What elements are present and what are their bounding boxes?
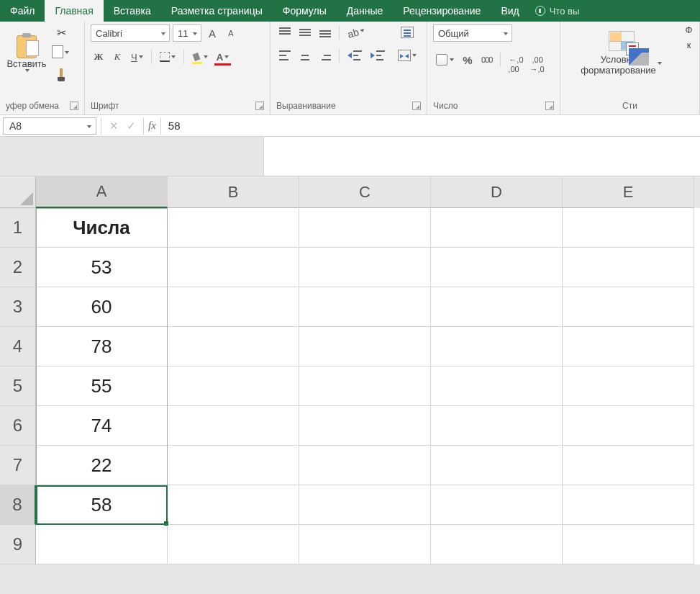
number-format-select[interactable]: Общий bbox=[433, 24, 512, 42]
cell-E1[interactable] bbox=[563, 208, 694, 248]
dialog-launcher-icon[interactable] bbox=[412, 102, 421, 110]
name-box[interactable]: A8 bbox=[3, 117, 96, 135]
tab-file[interactable]: Файл bbox=[0, 0, 45, 22]
comma-format-button[interactable] bbox=[478, 52, 495, 68]
increase-indent-button[interactable] bbox=[368, 48, 388, 63]
cell-A5[interactable]: 55 bbox=[36, 366, 168, 406]
cell-A7[interactable]: 22 bbox=[36, 446, 168, 485]
tab-formulas[interactable]: Формулы bbox=[273, 0, 337, 22]
cell-B7[interactable] bbox=[168, 446, 299, 485]
cell-C9[interactable] bbox=[299, 525, 431, 564]
cell-A8[interactable]: 58 bbox=[36, 485, 168, 525]
tab-view[interactable]: Вид bbox=[491, 0, 529, 22]
tab-page-layout[interactable]: Разметка страницы bbox=[161, 0, 273, 22]
cell-B4[interactable] bbox=[168, 327, 299, 366]
cell-C7[interactable] bbox=[299, 446, 431, 485]
borders-button[interactable] bbox=[157, 49, 178, 65]
font-color-button[interactable]: A bbox=[214, 49, 232, 65]
tab-data[interactable]: Данные bbox=[337, 0, 394, 22]
cell-E9[interactable] bbox=[563, 525, 694, 564]
increase-font-button[interactable]: A bbox=[204, 25, 220, 41]
tab-insert[interactable]: Вставка bbox=[104, 0, 161, 22]
row-header-8[interactable]: 8 bbox=[0, 485, 36, 525]
decrease-indent-button[interactable] bbox=[345, 48, 365, 63]
row-header-7[interactable]: 7 bbox=[0, 446, 36, 485]
formula-input[interactable]: 58 bbox=[161, 120, 700, 132]
cell-E7[interactable] bbox=[563, 446, 694, 485]
cell-D7[interactable] bbox=[431, 446, 563, 485]
align-bottom-button[interactable] bbox=[317, 24, 334, 40]
cell-D5[interactable] bbox=[431, 366, 563, 406]
decrease-font-button[interactable]: A bbox=[223, 25, 239, 41]
cell-E2[interactable] bbox=[563, 248, 694, 287]
cell-E8[interactable] bbox=[563, 485, 694, 525]
copy-button[interactable] bbox=[50, 45, 72, 60]
cell-A9[interactable] bbox=[36, 525, 168, 564]
accounting-format-button[interactable] bbox=[433, 52, 457, 68]
cell-B2[interactable] bbox=[168, 248, 299, 287]
cell-C6[interactable] bbox=[299, 406, 431, 446]
row-header-9[interactable]: 9 bbox=[0, 525, 36, 564]
cell-D1[interactable] bbox=[431, 208, 563, 248]
tab-home[interactable]: Главная bbox=[45, 0, 103, 22]
cell-C3[interactable] bbox=[299, 287, 431, 327]
align-right-button[interactable] bbox=[317, 48, 334, 63]
row-header-3[interactable]: 3 bbox=[0, 287, 36, 327]
cell-B5[interactable] bbox=[168, 366, 299, 406]
tell-me-search[interactable]: Что вы bbox=[529, 0, 586, 22]
decrease-decimal-button[interactable] bbox=[529, 49, 546, 71]
cell-A2[interactable]: 53 bbox=[36, 248, 168, 287]
font-name-select[interactable]: Calibri bbox=[91, 24, 170, 42]
cell-D8[interactable] bbox=[431, 485, 563, 525]
wrap-text-button[interactable] bbox=[395, 24, 419, 40]
cell-B3[interactable] bbox=[168, 287, 299, 327]
align-left-button[interactable] bbox=[276, 48, 294, 63]
column-header-D[interactable]: D bbox=[431, 176, 563, 208]
cell-A6[interactable]: 74 bbox=[36, 406, 168, 446]
cell-C4[interactable] bbox=[299, 327, 431, 366]
cell-B8[interactable] bbox=[168, 485, 299, 525]
cell-D3[interactable] bbox=[431, 287, 563, 327]
percent-format-button[interactable] bbox=[460, 52, 476, 68]
cell-C5[interactable] bbox=[299, 366, 431, 406]
cell-D9[interactable] bbox=[431, 525, 563, 564]
cells-grid[interactable]: Числа53607855742258 bbox=[36, 208, 694, 564]
row-header-1[interactable]: 1 bbox=[0, 208, 36, 248]
align-top-button[interactable] bbox=[276, 24, 294, 40]
merge-center-button[interactable] bbox=[395, 48, 419, 63]
dialog-launcher-icon[interactable] bbox=[70, 102, 78, 110]
underline-button[interactable]: Ч bbox=[128, 49, 146, 65]
orientation-button[interactable]: ab bbox=[343, 22, 369, 42]
select-all-corner[interactable] bbox=[0, 176, 36, 208]
cell-E3[interactable] bbox=[563, 287, 694, 327]
align-center-button[interactable] bbox=[296, 48, 314, 63]
cell-C1[interactable] bbox=[299, 208, 431, 248]
cancel-edit-button[interactable]: ✕ bbox=[106, 118, 122, 134]
cell-A4[interactable]: 78 bbox=[36, 327, 168, 366]
font-size-select[interactable]: 11 bbox=[173, 24, 201, 42]
cell-A1[interactable]: Числа bbox=[36, 208, 168, 248]
column-header-C[interactable]: C bbox=[299, 176, 431, 208]
fx-icon[interactable]: fx bbox=[144, 120, 160, 132]
cell-C8[interactable] bbox=[299, 485, 431, 525]
column-header-B[interactable]: B bbox=[168, 176, 299, 208]
cell-B6[interactable] bbox=[168, 406, 299, 446]
cell-D2[interactable] bbox=[431, 248, 563, 287]
cell-A3[interactable]: 60 bbox=[36, 287, 168, 327]
align-middle-button[interactable] bbox=[296, 24, 314, 40]
row-header-2[interactable]: 2 bbox=[0, 248, 36, 287]
row-header-4[interactable]: 4 bbox=[0, 327, 36, 366]
enter-edit-button[interactable]: ✓ bbox=[123, 118, 139, 134]
tab-review[interactable]: Рецензирование bbox=[393, 0, 491, 22]
cell-E4[interactable] bbox=[563, 327, 694, 366]
italic-button[interactable]: К bbox=[109, 49, 125, 65]
paste-button[interactable]: Вставить bbox=[6, 24, 47, 82]
fill-color-button[interactable] bbox=[189, 49, 211, 65]
format-painter-button[interactable] bbox=[50, 65, 72, 81]
dialog-launcher-icon[interactable] bbox=[545, 102, 554, 110]
cell-D6[interactable] bbox=[431, 406, 563, 446]
bold-button[interactable]: Ж bbox=[91, 49, 106, 65]
increase-decimal-button[interactable] bbox=[506, 49, 526, 71]
column-header-A[interactable]: A bbox=[36, 176, 168, 208]
cell-C2[interactable] bbox=[299, 248, 431, 287]
